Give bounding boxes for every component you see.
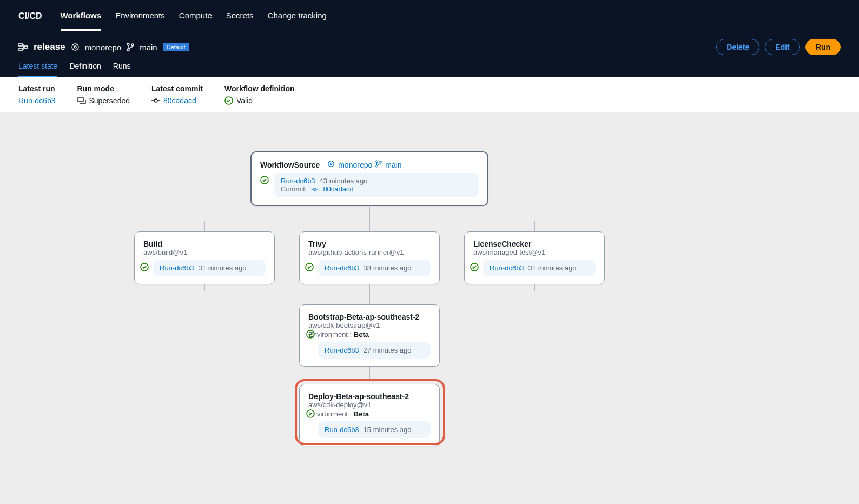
svg-point-5 — [127, 43, 129, 45]
run-mode-label: Run mode — [77, 84, 130, 93]
age: 27 minutes ago — [364, 346, 412, 354]
commit-label: Commit: — [281, 185, 307, 193]
svg-point-13 — [376, 161, 378, 162]
default-badge: Default — [163, 43, 189, 51]
svg-point-12 — [330, 163, 332, 165]
latest-run-label: Latest run — [18, 84, 56, 93]
nav-compute[interactable]: Compute — [179, 2, 212, 31]
node-impl: aws/cdk-deploy@v1 — [308, 401, 431, 409]
run-link[interactable]: Run-dc6b3 — [325, 426, 359, 434]
env-label: Environment : — [308, 330, 352, 339]
latest-commit-link[interactable]: 80cadacd — [163, 96, 196, 105]
connector — [204, 221, 205, 231]
node-title: Deploy-Beta-ap-southeast-2 — [308, 392, 431, 401]
edit-button[interactable]: Edit — [765, 39, 799, 55]
nav-change-tracking[interactable]: Change tracking — [268, 2, 327, 31]
run-link[interactable]: Run-dc6b3 — [325, 346, 359, 354]
source-repo-link[interactable]: monorepo — [338, 161, 372, 169]
success-check-icon — [306, 330, 315, 339]
repo-icon — [327, 160, 335, 169]
nav-environments[interactable]: Environments — [115, 2, 165, 31]
run-mode-value: Superseded — [89, 96, 130, 105]
tab-latest-state[interactable]: Latest state — [18, 62, 57, 77]
superseded-icon — [77, 97, 86, 104]
tab-definition[interactable]: Definition — [69, 62, 101, 77]
workflow-def-label: Workflow definition — [224, 84, 295, 93]
success-check-icon — [305, 263, 314, 271]
node-impl: aws/cdk-bootstrap@v1 — [308, 321, 431, 329]
svg-point-14 — [376, 165, 378, 167]
repo-icon — [71, 43, 80, 51]
node-title: Build — [143, 240, 266, 248]
node-title: WorkflowSource — [260, 161, 320, 169]
node-build[interactable]: Build aws/build@v1 Run-dc6b3 31 minutes … — [134, 231, 275, 284]
node-license-checker[interactable]: LicenseChecker aws/managed-test@v1 Run-d… — [464, 231, 605, 284]
svg-rect-1 — [19, 48, 22, 50]
success-check-icon — [140, 263, 149, 271]
node-workflow-source[interactable]: WorkflowSource monorepo main Run-dc6b3 4… — [250, 151, 488, 206]
svg-point-11 — [328, 161, 334, 167]
node-impl: aws/managed-test@v1 — [473, 248, 596, 256]
node-bootstrap[interactable]: Bootstrap-Beta-ap-southeast-2 aws/cdk-bo… — [299, 304, 440, 367]
run-link[interactable]: Run-dc6b3 — [325, 264, 359, 272]
workflow-icon — [18, 43, 28, 51]
svg-rect-0 — [19, 44, 22, 46]
node-title: Trivy — [308, 240, 431, 248]
age: 31 minutes ago — [199, 264, 247, 272]
nav-workflows[interactable]: Workflows — [61, 2, 102, 31]
main-nav: CI/CD Workflows Environments Compute Sec… — [0, 1, 859, 31]
run-link[interactable]: Run-dc6b3 — [490, 264, 524, 272]
nav-brand: CI/CD — [18, 11, 42, 21]
branch-icon — [375, 160, 382, 169]
connector — [534, 221, 535, 231]
svg-point-9 — [154, 99, 157, 102]
node-impl: aws/build@v1 — [143, 248, 266, 256]
branch-name[interactable]: main — [140, 43, 157, 52]
workflow-canvas[interactable]: WorkflowSource monorepo main Run-dc6b3 4… — [0, 112, 859, 491]
svg-rect-2 — [24, 46, 28, 48]
node-title: LicenseChecker — [473, 240, 596, 248]
source-commit-link[interactable]: 80cadacd — [323, 185, 353, 193]
run-link[interactable]: Run-dc6b3 — [160, 264, 194, 272]
node-title: Bootstrap-Beta-ap-southeast-2 — [308, 313, 431, 321]
commit-icon — [151, 98, 160, 103]
node-deploy[interactable]: Deploy-Beta-ap-southeast-2 aws/cdk-deplo… — [299, 384, 440, 446]
latest-commit-label: Latest commit — [151, 84, 203, 93]
latest-run-link[interactable]: Run-dc6b3 — [18, 96, 56, 105]
svg-point-3 — [72, 44, 78, 50]
success-check-icon — [260, 176, 269, 184]
workflow-def-value: Valid — [236, 96, 253, 105]
age: 31 minutes ago — [528, 264, 577, 272]
env-value: Beta — [354, 410, 369, 418]
svg-point-6 — [127, 49, 129, 51]
svg-point-4 — [74, 46, 76, 48]
connector — [204, 291, 534, 291]
age: 38 minutes ago — [364, 264, 412, 272]
source-branch-link[interactable]: main — [385, 161, 401, 169]
source-age: 43 minutes ago — [320, 177, 368, 185]
workflow-title: release — [34, 42, 65, 52]
env-label: Environment : — [308, 410, 352, 418]
success-check-icon — [306, 409, 315, 418]
repo-name[interactable]: monorepo — [85, 43, 122, 52]
age: 15 minutes ago — [364, 426, 412, 434]
svg-point-17 — [314, 188, 316, 191]
connector — [369, 221, 370, 231]
svg-point-15 — [380, 161, 381, 163]
node-impl: aws/github-actions-runner@v1 — [308, 248, 431, 256]
commit-icon — [311, 185, 319, 193]
source-run-link[interactable]: Run-dc6b3 — [281, 177, 315, 185]
nav-secrets[interactable]: Secrets — [226, 2, 254, 31]
svg-point-7 — [131, 44, 134, 46]
env-value: Beta — [354, 330, 369, 339]
tab-runs[interactable]: Runs — [113, 62, 131, 77]
run-button[interactable]: Run — [805, 39, 841, 55]
valid-check-icon — [224, 96, 233, 105]
node-trivy[interactable]: Trivy aws/github-actions-runner@v1 Run-d… — [299, 231, 440, 284]
delete-button[interactable]: Delete — [716, 39, 759, 55]
summary-bar: Latest run Run-dc6b3 Run mode Superseded… — [0, 77, 859, 112]
svg-rect-8 — [78, 98, 83, 102]
success-check-icon — [470, 263, 479, 271]
workflow-header: release monorepo main Default Delete Edi… — [0, 31, 859, 77]
branch-icon — [127, 43, 134, 51]
